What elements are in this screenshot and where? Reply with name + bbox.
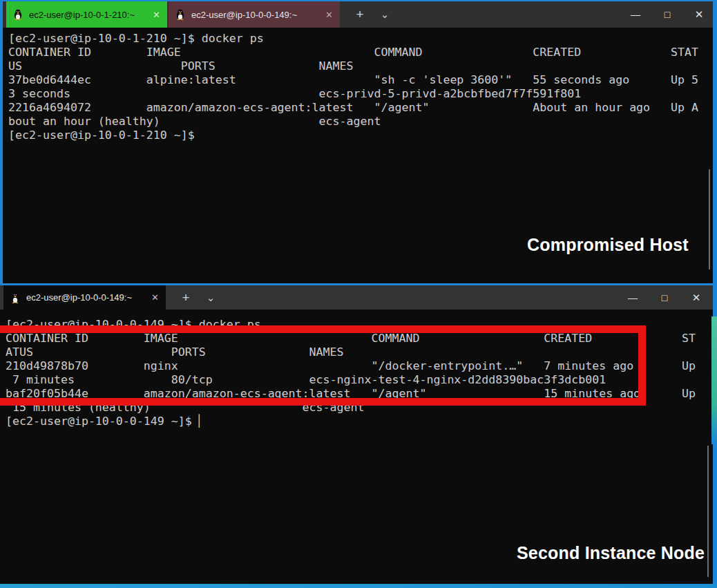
tab-title: ec2-user@ip-10-0-0-149:~ [191,10,297,20]
tux-penguin-icon [10,292,20,303]
tab-ec2-user-ip-10-0-0-149[interactable]: ec2-user@ip-10-0-0-149:~ ✕ [3,285,166,310]
scrollbar-thumb[interactable] [707,446,709,577]
new-tab-button[interactable]: + [174,285,198,310]
close-window-button[interactable]: ✕ [683,1,715,28]
tab-ec2-user-ip-10-0-1-210[interactable]: ec2-user@ip-10-0-1-210:~ ✕ [6,1,167,28]
desktop-wallpaper-edge [711,316,717,444]
terminal-line-prompt: [ec2-user@ip-10-0-1-210 ~]$ [8,129,713,142]
close-tab-icon[interactable]: ✕ [325,10,333,19]
red-highlight-rectangle [0,325,646,406]
terminal-line: 37be0d6444ec alpine:latest "sh -c 'sleep… [8,73,713,87]
terminal-line: bout an hour (healthy) ecs-agent [8,115,713,129]
terminal-line: US PORTS NAMES [8,59,713,73]
prompt-text: [ec2-user@ip-10-0-0-149 ~]$ [6,415,199,428]
desktop: { "desktop": { "accent_color": "#1d86d8"… [0,0,717,588]
terminal-line: 3 seconds ecs-privd-5-privd-a2bcbfbed7f7… [8,87,713,101]
text-cursor: ▏ [199,415,206,428]
close-tab-icon[interactable]: ✕ [151,293,159,302]
maximize-button[interactable]: □ [651,1,683,28]
terminal-line: 2216a4694072 amazon/amazon-ecs-agent:lat… [8,101,713,115]
tux-penguin-icon [175,9,185,20]
scrollbar-thumb[interactable] [709,169,710,269]
taskbar-edge [0,584,717,588]
annotation-second-instance-node: Second Instance Node [517,543,705,563]
close-window-button[interactable]: ✕ [680,285,712,310]
new-tab-button[interactable]: + [348,1,372,28]
minimize-button[interactable]: — [620,1,651,28]
terminal-line: [ec2-user@ip-10-0-1-210 ~]$ docker ps [8,32,713,46]
tab-dropdown-button[interactable]: ⌄ [373,1,396,28]
terminal-line: CONTAINER ID IMAGE COMMAND CREATED STAT [8,46,713,59]
annotation-compromised-host: Compromised Host [527,235,689,255]
tab-title: ec2-user@ip-10-0-1-210:~ [29,10,135,20]
close-tab-icon[interactable]: ✕ [153,10,160,19]
tux-penguin-icon [13,9,23,20]
tab-dropdown-button[interactable]: ⌄ [199,285,222,310]
tab-ec2-user-ip-10-0-0-149[interactable]: ec2-user@ip-10-0-0-149:~ ✕ [169,1,340,28]
tab-bar: ec2-user@ip-10-0-1-210:~ ✕ ec2-user@ip-1… [3,1,713,28]
minimize-button[interactable]: — [617,285,649,310]
tab-title: ec2-user@ip-10-0-0-149:~ [26,292,132,303]
maximize-button[interactable]: □ [649,285,680,310]
tab-bar: ec2-user@ip-10-0-0-149:~ ✕ + ⌄ — □ ✕ [0,285,713,310]
terminal-line-prompt: [ec2-user@ip-10-0-0-149 ~]$ ▏ [6,415,713,428]
